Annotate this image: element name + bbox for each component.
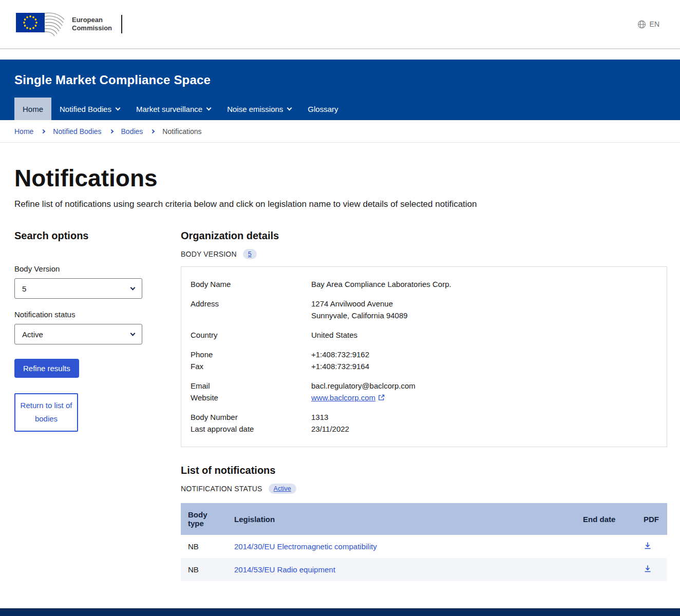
footer-strip <box>0 608 680 616</box>
chevron-down-icon <box>287 105 292 110</box>
chevron-right-icon <box>150 129 155 133</box>
chevron-down-icon <box>130 331 136 336</box>
table-row: NB 2014/30/EU Electromagnetic compatibil… <box>181 535 667 558</box>
language-selector[interactable]: EN <box>637 20 659 29</box>
chevron-right-icon <box>41 129 45 133</box>
notification-status-meta-label: NOTIFICATION STATUS <box>181 485 262 493</box>
breadcrumb-bodies[interactable]: Bodies <box>121 127 143 136</box>
header-pdf: PDF <box>637 503 667 535</box>
cell-end-date <box>577 535 637 558</box>
table-row: NB 2014/53/EU Radio equipment <box>181 558 667 581</box>
organization-details-heading: Organization details <box>181 230 667 242</box>
legislation-link[interactable]: 2014/53/EU Radio equipment <box>234 565 335 574</box>
site-band: Single Market Compliance Space Home Noti… <box>0 60 680 120</box>
ec-flag-icon <box>15 9 67 39</box>
header-body-type: Body type <box>181 503 228 535</box>
cell-end-date <box>577 558 637 581</box>
chevron-down-icon <box>206 105 212 110</box>
notification-status-label: Notification status <box>14 310 181 319</box>
notification-status-badge[interactable]: Active <box>269 484 296 494</box>
page-title: Notifications <box>14 164 667 192</box>
org-row-body-name: Body Name Bay Area Compliance Laboratori… <box>191 278 657 290</box>
org-row-email: Email bacl.regulatory@baclcorp.com <box>191 380 657 392</box>
language-code: EN <box>650 20 659 28</box>
refine-results-button[interactable]: Refine results <box>14 359 79 378</box>
organization-card: Body Name Bay Area Compliance Laboratori… <box>181 266 667 447</box>
header-end-date: End date <box>577 503 637 535</box>
nav-item-notified-bodies[interactable]: Notified Bodies <box>51 98 128 120</box>
org-row-country: Country United States <box>191 329 657 341</box>
org-row-address: Address 1274 Anvilwood Avenue Sunnyvale,… <box>191 298 657 321</box>
main-nav: Home Notified Bodies Market surveillance… <box>0 98 680 120</box>
body-version-meta-label: BODY VERSION <box>181 250 237 258</box>
website-link[interactable]: www.baclcorp.com <box>311 392 385 403</box>
breadcrumb: Home Notified Bodies Bodies Notification… <box>0 120 680 143</box>
breadcrumb-home[interactable]: Home <box>14 127 33 136</box>
details-panel: Organization details BODY VERSION 5 Body… <box>181 230 667 581</box>
globe-icon <box>637 20 646 29</box>
main-content: Notifications Refine list of notificatio… <box>0 164 680 581</box>
ec-logo[interactable]: European Commission <box>15 9 122 39</box>
nav-item-home[interactable]: Home <box>14 98 51 120</box>
site-title: Single Market Compliance Space <box>14 73 666 87</box>
org-row-phone: Phone +1:408:732:9162 <box>191 349 657 360</box>
body-version-select[interactable]: 5 <box>14 278 142 299</box>
org-row-fax: Fax +1:408:732:9164 <box>191 360 657 372</box>
org-row-website: Website www.baclcorp.com <box>191 392 657 403</box>
nav-item-noise-emissions[interactable]: Noise emissions <box>219 98 299 120</box>
body-version-badge[interactable]: 5 <box>243 249 257 259</box>
notifications-table: Body type Legislation End date PDF NB 20… <box>181 503 667 581</box>
cell-body-type: NB <box>181 535 228 558</box>
table-header-row: Body type Legislation End date PDF <box>181 503 667 535</box>
legislation-link[interactable]: 2014/30/EU Electromagnetic compatibility <box>234 542 377 551</box>
notification-status-select[interactable]: Active <box>14 324 142 344</box>
chevron-down-icon <box>130 285 136 290</box>
download-icon[interactable] <box>644 565 652 574</box>
logo-divider <box>121 15 122 33</box>
cell-body-type: NB <box>181 558 228 581</box>
header-legislation: Legislation <box>228 503 577 535</box>
nav-item-market-surveillance[interactable]: Market surveillance <box>128 98 219 120</box>
body-version-label: Body Version <box>14 264 181 273</box>
nav-item-glossary[interactable]: Glossary <box>299 98 346 120</box>
breadcrumb-notified-bodies[interactable]: Notified Bodies <box>53 127 101 136</box>
return-to-list-button[interactable]: Return to list of bodies <box>14 393 78 432</box>
search-options-panel: Search options Body Version 5 Notificati… <box>14 230 181 432</box>
chevron-down-icon <box>115 105 120 110</box>
logo-text: European Commission <box>72 16 112 32</box>
download-icon[interactable] <box>644 542 652 551</box>
org-row-last-approval-date: Last approval date 23/11/2022 <box>191 423 657 435</box>
external-link-icon <box>378 394 385 401</box>
org-row-body-number: Body Number 1313 <box>191 411 657 423</box>
site-header: European Commission EN <box>0 0 680 49</box>
list-of-notifications-heading: List of notifications <box>181 465 667 476</box>
page-subtitle: Refine list of notifications using searc… <box>14 199 667 209</box>
search-options-heading: Search options <box>14 230 181 242</box>
chevron-right-icon <box>109 129 113 133</box>
breadcrumb-current: Notifications <box>162 127 201 136</box>
